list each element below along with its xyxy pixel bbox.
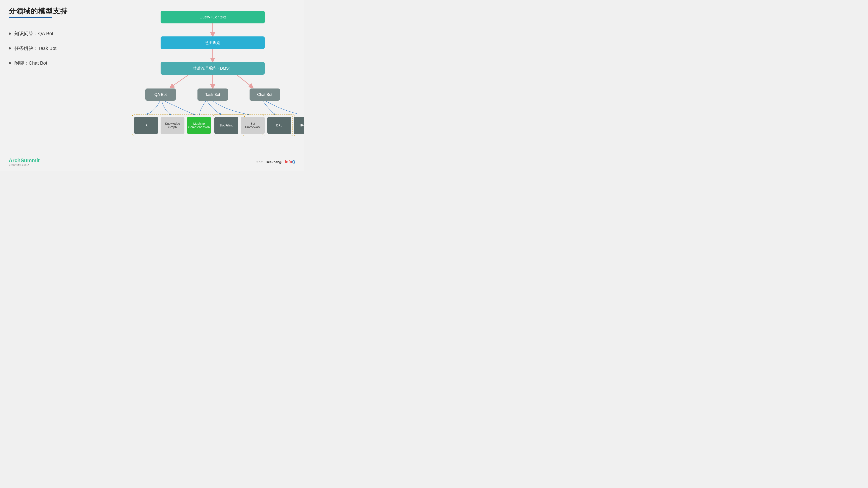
bullet-item-qa: 知识问答：QA Bot [9,30,56,37]
query-context-box: Query+Context [161,11,265,24]
bottom-logos: ArchSummit 全球架构师峰会2017 主办方 Geekbang› Inf… [0,158,304,166]
bullet-dot [9,33,11,35]
sponsor-area: 主办方 Geekbang› InfoQ [256,160,295,164]
arch-logo-text: ArchSummit [9,158,40,164]
knowledge-graph-box: Knowledge Graph [161,117,184,134]
bullet-item-chat: 闲聊：Chat Bot [9,60,56,66]
qa-bot-box: QA Bot [145,89,176,101]
ir-box: IR [134,117,158,134]
chat-bot-box: Chat Bot [250,89,280,101]
slide: 分领域的模型支持 知识问答：QA Bot 任务解决：Task Bot 闲聊：Ch… [0,0,304,171]
task-bot-box: Task Bot [197,89,228,101]
ir-s2s-box: IR+S2S [293,117,304,134]
intent-box: 意图识别 [161,36,265,49]
title-underline [9,18,52,18]
drl-box: DRL [267,117,291,134]
svg-line-6 [237,75,252,87]
geekbang-logo: Geekbang› [266,160,282,164]
arch-logo-sub: 全球架构师峰会2017 [9,164,29,166]
slot-filling-box: Slot Filling [214,117,238,134]
infoq-logo: InfoQ [285,160,295,164]
diagram-area: Query+Context 意图识别 对话管理系统（DMS） QA Bot Ta… [128,11,297,154]
bullet-dot [9,47,11,50]
bullet-list: 知识问答：QA Bot 任务解决：Task Bot 闲聊：Chat Bot [9,30,56,75]
bot-framework-box: Bot Framework [241,117,265,134]
svg-line-4 [172,75,189,87]
dms-box: 对话管理系统（DMS） [161,62,265,75]
bullet-item-task: 任务解决：Task Bot [9,45,56,52]
bullet-dot [9,62,11,64]
arch-logo: ArchSummit 全球架构师峰会2017 [9,158,40,166]
machine-comprehension-box: Machine Comprehension [187,117,211,134]
